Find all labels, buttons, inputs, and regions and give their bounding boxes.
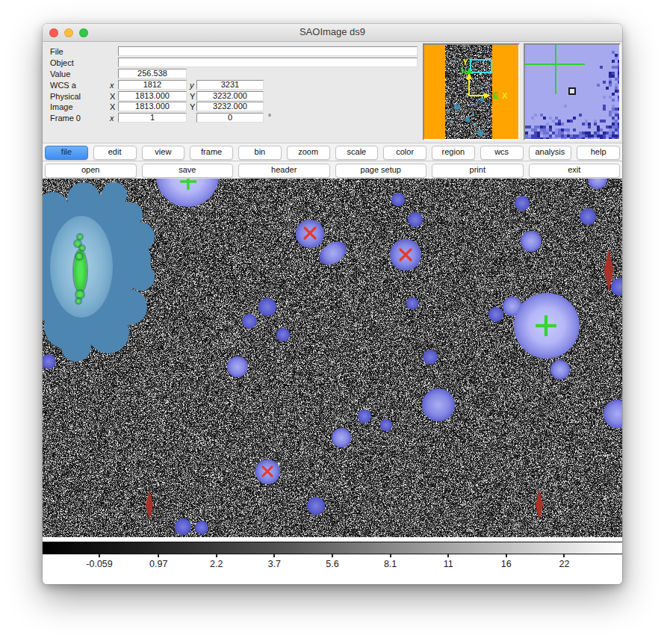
menu-analysis[interactable]: analysis — [529, 146, 572, 160]
menu-print[interactable]: print — [432, 164, 524, 178]
source-blob — [332, 428, 351, 448]
magnifier-crosshair-horizontal — [525, 64, 585, 65]
colorbar-tick-label: 8.1 — [384, 559, 397, 569]
compass-x-label: X — [502, 91, 508, 100]
panner[interactable]: Y N E X — [423, 43, 520, 140]
menu-save[interactable]: save — [142, 164, 234, 178]
info-field-value[interactable]: 1813.000 — [118, 91, 187, 101]
saturated-star-spike-dot — [76, 291, 84, 298]
compass-n-arrowhead — [466, 67, 472, 74]
source-blob — [358, 409, 371, 423]
menu-zoom[interactable]: zoom — [287, 146, 330, 160]
saturated-star-spike-dot — [78, 235, 82, 239]
image-display[interactable] — [43, 179, 622, 537]
info-field-value[interactable]: 1813.000 — [118, 102, 187, 111]
info-axis-label: Y — [190, 102, 195, 111]
panner-compass: Y N E X — [424, 45, 518, 139]
red-diamond-arrow — [146, 490, 153, 520]
compass-x-arrowhead — [484, 93, 491, 99]
info-field-value[interactable]: 1 — [118, 113, 187, 123]
traffic-lights — [49, 28, 88, 37]
menu-bin[interactable]: bin — [238, 146, 282, 160]
saturated-star-blob-part — [61, 332, 91, 362]
colorbar-tick-label: 0.97 — [149, 559, 167, 569]
colorbar-tick — [563, 554, 565, 557]
source-blob — [423, 350, 438, 365]
info-field-value[interactable]: 256.538 — [118, 69, 187, 78]
menu-view[interactable]: view — [142, 146, 185, 160]
info-label: WCS a — [50, 81, 76, 90]
info-row-image: ImageX1813.000Y3232.000 — [43, 102, 423, 113]
compass-n-label: N — [461, 66, 467, 75]
colorbar-tick-label: 11 — [444, 559, 453, 569]
colorbar-gradient[interactable] — [43, 542, 622, 554]
source-blob — [258, 298, 276, 316]
close-button[interactable] — [49, 28, 58, 37]
colorbar-tick — [390, 554, 391, 557]
info-panel: FileObjectValue256.538WCS ax1812y3231Phy… — [43, 42, 622, 143]
menu-edit[interactable]: edit — [93, 146, 137, 160]
source-blob — [550, 360, 570, 380]
source-blob — [422, 388, 455, 421]
saturated-star-blob-part — [128, 264, 155, 291]
menu-file[interactable]: file — [45, 146, 88, 160]
zoom-button[interactable] — [79, 28, 88, 37]
info-field-value[interactable] — [118, 58, 418, 67]
info-axis-label: y — [190, 81, 194, 90]
menu-open[interactable]: open — [45, 164, 137, 178]
menu-exit[interactable]: exit — [529, 164, 621, 178]
magnifier-cursor-pixel — [568, 87, 576, 95]
source-blob — [521, 231, 542, 253]
region-marker-x[interactable] — [302, 226, 317, 244]
info-label: Physical — [50, 92, 81, 101]
saturated-star-blob-part — [67, 182, 100, 215]
source-blob — [276, 328, 290, 341]
saturated-star-blob-part — [111, 289, 147, 325]
menu-scale[interactable]: scale — [335, 146, 379, 160]
saturated-star-blob-part — [125, 222, 155, 252]
degree-symbol: ° — [268, 113, 271, 121]
info-rows: FileObjectValue256.538WCS ax1812y3231Phy… — [43, 46, 423, 124]
region-marker-plus[interactable] — [180, 179, 196, 193]
menu-frame[interactable]: frame — [190, 146, 233, 160]
titlebar[interactable]: SAOImage ds9 — [43, 24, 622, 42]
magnifier[interactable] — [524, 43, 621, 140]
info-field-value[interactable]: 3232.000 — [196, 91, 264, 101]
menu-page-setup[interactable]: page setup — [335, 164, 427, 178]
info-row-object: Object — [43, 58, 423, 69]
saturated-star-spike-dot — [76, 253, 82, 259]
menu-wcs[interactable]: wcs — [480, 146, 524, 160]
source-blob — [227, 356, 249, 378]
menu-region[interactable]: region — [432, 146, 475, 160]
colorbar-tick-label: 2.2 — [210, 559, 223, 569]
menu-help[interactable]: help — [577, 146, 620, 160]
menu-color[interactable]: color — [383, 146, 426, 160]
magnifier-crosshair-vertical — [555, 45, 556, 94]
info-axis-label: x — [110, 114, 114, 123]
menu-row-1: fileeditviewframebinzoomscalecolorregion… — [43, 143, 622, 161]
region-marker-plus[interactable] — [536, 315, 556, 339]
saturated-star-spike-dot — [76, 299, 81, 303]
info-field-value[interactable]: 3232.000 — [196, 102, 264, 111]
info-row-file: File — [43, 46, 423, 58]
region-marker-x[interactable] — [261, 465, 274, 481]
info-field-value[interactable]: 0 — [196, 113, 264, 123]
source-blob — [408, 212, 423, 227]
minimize-button[interactable] — [64, 28, 73, 37]
menu-header[interactable]: header — [238, 164, 330, 178]
info-field-value[interactable]: 3231 — [196, 80, 264, 90]
region-marker-x[interactable] — [398, 247, 413, 265]
compass-y-label: Y — [462, 58, 468, 66]
info-field-value[interactable]: 1812 — [118, 80, 187, 90]
info-field-value[interactable] — [118, 46, 418, 56]
saturated-star-spike-dot — [75, 241, 81, 247]
colorbar-tick-label: -0.059 — [86, 559, 112, 569]
colorbar-tick — [447, 554, 449, 557]
info-row-value: Value256.538 — [43, 69, 423, 80]
info-axis-label: x — [110, 81, 114, 90]
source-blob — [604, 400, 622, 427]
info-row-frame-0: Frame 0x10° — [43, 113, 423, 124]
colorbar-tick — [216, 554, 217, 557]
colorbar-tick-label: 22 — [559, 559, 569, 569]
colorbar-tick-label: 5.6 — [326, 559, 338, 569]
